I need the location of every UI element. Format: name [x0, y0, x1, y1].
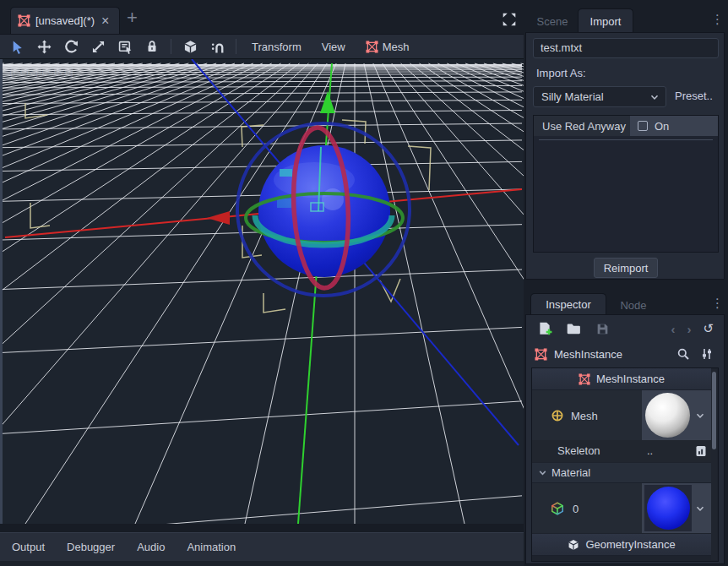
skeleton-value[interactable]: ..	[647, 444, 653, 457]
mesh-value-cell[interactable]	[642, 390, 711, 440]
import-dock-panel: test.mtxt Import As: Silly Material Pres…	[525, 32, 725, 280]
category-label: GeometryInstance	[585, 538, 675, 551]
new-resource-icon[interactable]	[536, 320, 553, 337]
history-back-icon[interactable]: ‹	[671, 322, 675, 336]
bottom-panel-bar: Output Debugger Audio Animation	[0, 532, 524, 561]
toolbar-separator	[171, 39, 171, 54]
import-option-value: On	[655, 120, 669, 133]
mesh-node-icon	[18, 14, 30, 27]
row-separator	[539, 139, 713, 140]
bottom-tab-debugger[interactable]: Debugger	[67, 541, 115, 553]
bottom-tab-output[interactable]: Output	[12, 541, 45, 553]
bottom-tab-animation[interactable]: Animation	[187, 541, 236, 553]
close-tab-icon[interactable]: ×	[101, 14, 109, 28]
dock-menu-icon[interactable]: ⋮	[711, 12, 724, 27]
mesh-resource-icon	[551, 409, 564, 422]
import-as-dropdown[interactable]: Silly Material	[533, 86, 666, 107]
material-slot-label: 0	[573, 503, 579, 515]
load-resource-folder-icon[interactable]	[565, 320, 582, 337]
tune-properties-icon[interactable]	[698, 346, 715, 362]
import-options-tree: Use Red Anyway On	[533, 115, 719, 253]
perspective-label[interactable]: [Perspective]	[10, 64, 73, 77]
mesh-node-icon	[535, 348, 547, 361]
category-label: MeshInstance	[596, 373, 665, 385]
scale-tool-button[interactable]	[90, 38, 106, 55]
tab-node[interactable]: Node	[613, 295, 654, 315]
material-value-cell[interactable]	[642, 483, 711, 533]
inspector-property-tree: MeshInstance Mesh Skeleton .. Material	[531, 367, 719, 562]
inspector-scrollbar[interactable]	[711, 369, 717, 560]
node-path-assign-icon[interactable]	[694, 444, 708, 458]
mesh-node-icon	[579, 373, 590, 385]
edited-object-row: MeshInstance	[526, 342, 724, 366]
dock-menu-icon[interactable]: ⋮	[711, 296, 724, 311]
history-forward-icon[interactable]: ›	[687, 322, 691, 336]
selected-sphere-mesh[interactable]	[258, 145, 390, 277]
import-filename-field[interactable]: test.mtxt	[533, 38, 719, 58]
mesh-property-label: Mesh	[571, 410, 598, 422]
checkbox-icon[interactable]	[638, 121, 648, 131]
spatial-toolbar: Transform View Mesh	[0, 34, 524, 59]
scene-tab-bar: [unsaved](*) × +	[0, 0, 524, 34]
chevron-down-icon	[649, 91, 660, 103]
scrollbar-thumb[interactable]	[712, 372, 716, 449]
scene-tab-unsaved[interactable]: [unsaved](*) ×	[10, 7, 120, 34]
edited-object-name: MeshInstance	[554, 348, 668, 361]
toolbar-separator	[236, 39, 236, 54]
inspector-dock-panel: ‹ › ↺ MeshInstance MeshInstance Mesh	[525, 314, 725, 564]
chevron-down-icon	[537, 467, 548, 478]
list-select-tool-button[interactable]	[117, 38, 133, 55]
material-section-label: Material	[551, 466, 590, 479]
skeleton-property-row[interactable]: Skeleton ..	[532, 440, 711, 462]
preset-button[interactable]: Preset..	[675, 90, 713, 102]
new-scene-tab-button[interactable]: +	[127, 8, 138, 27]
material-section-header[interactable]: Material	[532, 463, 711, 483]
import-option-label: Use Red Anyway	[534, 120, 630, 133]
category-geometry-instance[interactable]: GeometryInstance	[532, 534, 711, 556]
tab-scene[interactable]: Scene	[532, 10, 573, 32]
tab-inspector[interactable]: Inspector	[530, 293, 606, 315]
editor-right-column: Scene Import ⋮ test.mtxt Import As: Sill…	[525, 0, 728, 566]
window-footer	[0, 561, 524, 566]
geometry-cube-icon	[568, 539, 579, 551]
import-option-row[interactable]: Use Red Anyway On	[534, 116, 718, 136]
group-selected-icon[interactable]	[182, 38, 198, 55]
import-option-value-cell[interactable]: On	[630, 116, 718, 136]
mesh-menu-label: Mesh	[383, 41, 410, 53]
lock-icon[interactable]	[144, 38, 160, 55]
chevron-down-icon[interactable]	[694, 503, 706, 514]
bottom-tab-audio[interactable]: Audio	[137, 541, 165, 553]
editor-left-column: [unsaved](*) × + Transform View Mesh	[0, 0, 524, 566]
material-resource-icon	[551, 502, 564, 515]
skeleton-property-label: Skeleton	[557, 444, 600, 457]
viewport-render	[0, 59, 524, 524]
snap-tool-icon[interactable]	[209, 38, 225, 55]
material-slot-row[interactable]: 0	[532, 483, 711, 533]
mesh-menu[interactable]: Mesh	[361, 41, 415, 53]
category-mesh-instance[interactable]: MeshInstance	[532, 368, 711, 390]
scene-tab-label: [unsaved](*)	[35, 14, 95, 27]
save-resource-icon[interactable]	[594, 320, 611, 337]
import-dock-tabbar: Scene Import ⋮	[525, 7, 728, 34]
import-as-label: Import As:	[536, 67, 586, 79]
select-tool-button[interactable]	[8, 38, 25, 55]
rotate-tool-button[interactable]	[62, 38, 79, 55]
panel-divider	[0, 524, 524, 532]
mesh-preview-sphere[interactable]	[645, 393, 690, 438]
viewport-3d[interactable]: [Perspective]	[0, 59, 524, 524]
object-history-icon[interactable]: ↺	[703, 321, 714, 336]
material-preview-sphere[interactable]	[647, 487, 690, 530]
search-icon[interactable]	[675, 346, 692, 362]
mesh-property-row[interactable]: Mesh	[532, 390, 711, 440]
tab-import[interactable]: Import	[578, 8, 633, 33]
inspector-toolbar: ‹ › ↺	[526, 317, 724, 340]
expand-viewport-icon[interactable]	[502, 12, 519, 29]
chevron-down-icon[interactable]	[694, 410, 706, 422]
move-tool-button[interactable]	[35, 38, 52, 55]
reimport-button[interactable]: Reimport	[594, 258, 658, 278]
transform-menu[interactable]: Transform	[247, 41, 307, 53]
import-as-value: Silly Material	[541, 90, 604, 103]
mesh-menu-icon	[366, 41, 378, 53]
view-menu[interactable]: View	[317, 41, 350, 53]
